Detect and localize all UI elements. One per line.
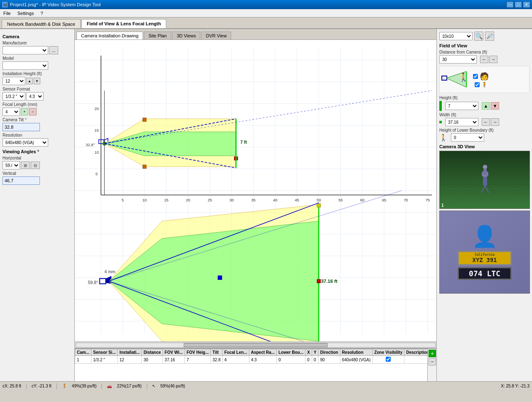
drawing-area[interactable]: 5 10 15 20 5 10 15 20 25 30 35 40 45 50 … [75, 40, 436, 341]
face-preview-icon: 👤 [472, 224, 498, 248]
cell-x: 0 [305, 356, 312, 364]
maximize-button[interactable]: □ [515, 1, 522, 8]
minimize-button[interactable]: — [506, 1, 514, 8]
manufacturer-browse-button[interactable]: ... [49, 46, 58, 54]
person-icon-1: 🧑 [480, 72, 489, 81]
cell-dir: 90 [318, 356, 340, 364]
focal-length-select[interactable]: 4 [2, 108, 20, 116]
resolution-select[interactable]: 640x480 (VGA) [2, 138, 48, 147]
manufacturer-label: Manufacturer [2, 41, 72, 45]
cell-aspect: 4:3 [249, 356, 276, 364]
lower-boundary-icon: 🚶 [439, 134, 448, 142]
distance-decrease-button[interactable]: ← [480, 56, 488, 63]
expand-h-button[interactable]: ⊞ [21, 162, 30, 169]
cell-distance: 30 [142, 356, 163, 364]
status-cx: cX: 25.8 ft [2, 384, 21, 388]
width-decrease-button[interactable]: ← [482, 118, 490, 126]
drawing-tab-dvrview[interactable]: DVR View [201, 32, 231, 39]
status-sep-1 [26, 383, 27, 389]
focal-length-increase-button[interactable]: + [21, 108, 28, 115]
height-increase-button[interactable]: ▲ [482, 102, 490, 110]
focal-length-decrease-button[interactable]: − [29, 108, 37, 115]
svg-text:60: 60 [360, 198, 365, 202]
camera-tilt-input[interactable]: 32.8 [2, 123, 40, 131]
svg-text:35: 35 [251, 198, 256, 202]
fov-checkbox-1[interactable] [473, 74, 478, 79]
3d-scene [440, 151, 530, 208]
lower-boundary-select[interactable]: 0 [451, 133, 484, 142]
svg-text:37.16 ft: 37.16 ft [321, 279, 337, 284]
add-camera-button[interactable]: + [429, 350, 436, 357]
status-bar: cX: 25.8 ft cY: -21.3 ft 🧍 49%(39 px/ft)… [0, 381, 532, 390]
distance-select[interactable]: 30 [439, 55, 477, 64]
col-res: Resolution [340, 349, 372, 356]
svg-text:75: 75 [426, 198, 430, 202]
status-cy: cY: -21.3 ft [32, 384, 52, 388]
svg-text:70: 70 [404, 198, 408, 202]
svg-text:25: 25 [208, 198, 212, 202]
menu-bar: File Settings ? [0, 9, 532, 17]
zoom-select[interactable]: 10x10 [439, 32, 473, 40]
sensor-format-select[interactable]: 1/3.2 " [2, 92, 25, 100]
manufacturer-select[interactable] [2, 46, 48, 54]
car-icon-status: 🚗 [107, 384, 112, 388]
lower-boundary-label: Height of Lower Boundary (ft) [439, 128, 530, 132]
title-bar: 📹 Project1.jvsg* - IP Video System Desig… [0, 0, 532, 9]
license-plate-preview: 👤 California XYZ 391 074 LTC [439, 211, 530, 294]
horizontal-select[interactable]: 59.8 [2, 161, 20, 169]
vertical-input[interactable]: 46.7 [2, 176, 40, 185]
fov-checkbox-2[interactable] [475, 82, 480, 87]
cell-zone[interactable] [372, 356, 404, 364]
svg-text:10: 10 [94, 150, 99, 154]
cell-sensor: 1/3.2 " [91, 356, 118, 364]
camera-tilt-label: Camera Tilt ° [2, 118, 72, 122]
width-select[interactable]: 37.16 [445, 118, 478, 126]
tab-fov[interactable]: Field of View & Lens Focal Length [81, 19, 166, 28]
menu-file[interactable]: File [0, 10, 14, 17]
distance-increase-button[interactable]: → [489, 56, 498, 63]
resolution-label: Resolution [2, 133, 72, 137]
svg-rect-62 [143, 165, 146, 168]
drawing-tab-3dviews[interactable]: 3D Views [172, 32, 200, 39]
scroll-track[interactable] [76, 343, 436, 348]
menu-help[interactable]: ? [37, 10, 46, 17]
drawing-tab-bar: Camera Installation Drawing Site Plan 3D… [75, 29, 436, 40]
scroll-thumb[interactable] [184, 343, 328, 347]
drawing-tab-siteplan[interactable]: Site Plan [144, 32, 171, 39]
app-title: Project1.jvsg* - IP Video System Design … [10, 2, 101, 7]
tab-bandwidth[interactable]: Network Bandwidth & Disk Space [2, 19, 81, 28]
person-icon-2: 🧍 [481, 82, 488, 88]
svg-text:30: 30 [229, 198, 234, 202]
horizontal-scrollbar[interactable] [75, 341, 436, 348]
cell-lower: 0 [276, 356, 305, 364]
aspect-ratio-select[interactable]: 4:3 [26, 92, 44, 100]
fov-section-title: Field of View [439, 43, 530, 48]
cursor-icon-status: ↖ [152, 384, 155, 388]
installation-height-select[interactable]: 12 [2, 77, 25, 85]
drawing-tab-installation[interactable]: Camera Installation Drawing [76, 32, 143, 39]
fov-right-icons: 🧑 🧍 [473, 72, 489, 88]
data-table-scroll[interactable]: Cam... Sensor Si... Installati... Distan… [75, 349, 427, 381]
close-button[interactable]: ✕ [523, 1, 530, 8]
zoom-out-button[interactable]: 🔎 [485, 32, 494, 41]
svg-text:45: 45 [295, 198, 299, 202]
cell-cam: 1 [75, 356, 91, 364]
table-row[interactable]: 1 1/3.2 " 12 30 37.16 7 32.8 4 4:3 0 0 [75, 356, 428, 364]
width-increase-button[interactable]: → [491, 118, 499, 126]
model-select[interactable] [2, 61, 48, 70]
cell-y: 0 [312, 356, 318, 364]
delete-camera-button[interactable]: − [429, 358, 436, 365]
svg-text:50: 50 [317, 198, 321, 202]
height-down-button[interactable]: ▼ [34, 78, 40, 84]
collapse-h-button[interactable]: ⊟ [31, 162, 40, 169]
height-up-button[interactable]: ▲ [26, 78, 33, 84]
col-aspect: Aspect Ra... [249, 349, 276, 356]
svg-text:15: 15 [164, 198, 168, 202]
license-plate-1: California XYZ 391 [458, 251, 512, 265]
height-decrease-button[interactable]: ▼ [491, 102, 499, 110]
col-focal: Focal Len... [222, 349, 249, 356]
menu-settings[interactable]: Settings [14, 10, 37, 17]
svg-text:32.8°: 32.8° [86, 142, 95, 147]
height-select[interactable]: 7 [445, 102, 478, 110]
zoom-in-button[interactable]: 🔍 [474, 32, 483, 41]
